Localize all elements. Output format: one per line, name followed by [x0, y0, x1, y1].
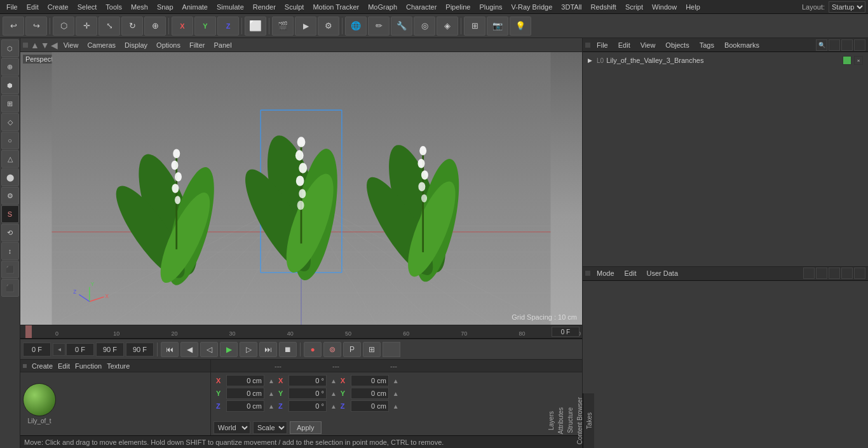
menu-select[interactable]: Select [74, 2, 101, 12]
frame-decrement[interactable]: ◂ [53, 343, 65, 356]
sidebar-btn-7[interactable]: △ [1, 150, 19, 168]
menu-render[interactable]: Render [249, 2, 280, 12]
menu-redshift[interactable]: Redshift [587, 2, 620, 12]
transform-tool[interactable]: ⊕ [144, 17, 166, 36]
render-view[interactable]: ▶ [295, 17, 316, 36]
menu-sculpt[interactable]: Sculpt [281, 2, 308, 12]
menu-script[interactable]: Script [621, 2, 647, 12]
render-region[interactable]: 🎬 [272, 17, 294, 36]
tree-item-lily[interactable]: ▶ L0 Lily_of_the_Valley_3_Branches × [585, 55, 865, 66]
vp-menu-view[interactable]: View [60, 40, 82, 50]
z-axis[interactable]: Z [217, 17, 239, 36]
timeline-extra-btn[interactable] [383, 342, 400, 357]
tree-color-swatch[interactable] [843, 56, 851, 65]
x-pos-input[interactable] [226, 375, 264, 386]
camera-btn[interactable]: 📷 [487, 17, 508, 36]
rp-btn2[interactable] [829, 39, 840, 51]
frame-value-input[interactable] [66, 343, 94, 356]
menu-vray[interactable]: V-Ray Bridge [508, 2, 557, 12]
menu-create[interactable]: Create [44, 2, 72, 12]
attr-btn4[interactable] [841, 268, 853, 279]
world-select[interactable]: World Object [214, 421, 250, 434]
rp-objects[interactable]: Objects [661, 40, 693, 50]
world-btn[interactable]: 🌐 [345, 17, 367, 36]
menu-edit[interactable]: Edit [23, 2, 43, 12]
material-item[interactable]: Lily_of_t [23, 383, 56, 424]
mat-function[interactable]: Function [75, 362, 102, 370]
sidebar-btn-12[interactable]: ↕ [1, 242, 19, 260]
record-btn[interactable]: ● [304, 342, 322, 357]
sidebar-btn-8[interactable]: ⬤ [1, 168, 19, 186]
last-frame-btn[interactable]: ⏭ [259, 342, 277, 357]
uvw-btn[interactable]: ◈ [437, 17, 458, 36]
apply-button[interactable]: Apply [290, 421, 322, 434]
z-pos-input[interactable] [226, 400, 264, 412]
end-frame-input-2[interactable] [126, 343, 154, 356]
vp-menu-filter[interactable]: Filter [186, 40, 208, 50]
y-pos-input[interactable] [226, 388, 264, 399]
x-rot-input[interactable] [288, 375, 327, 386]
menu-motion-tracker[interactable]: Motion Tracker [309, 2, 363, 12]
rp-view[interactable]: View [637, 40, 660, 50]
rp-btn4[interactable] [854, 39, 865, 51]
sidebar-btn-6[interactable]: ○ [1, 132, 19, 149]
smooth-btn[interactable]: ◎ [414, 17, 435, 36]
menu-mograph[interactable]: MoGraph [364, 2, 401, 12]
render-settings[interactable]: ⚙ [318, 17, 339, 36]
sidebar-btn-14[interactable]: ⬛ [1, 279, 19, 297]
rotate-tool[interactable]: ↻ [121, 17, 143, 36]
attr-btn5[interactable] [854, 268, 865, 279]
sidebar-btn-10[interactable]: S [1, 205, 19, 223]
sculpt-btn[interactable]: 🔧 [391, 17, 412, 36]
z-scl-input[interactable] [351, 400, 389, 412]
auto-key-btn[interactable]: ⊚ [323, 342, 341, 357]
menu-pipeline[interactable]: Pipeline [442, 2, 474, 12]
scale-tool[interactable]: ⤡ [98, 17, 120, 36]
rp-tags[interactable]: Tags [696, 40, 718, 50]
x-axis[interactable]: X [172, 17, 193, 36]
vtab-layers[interactable]: Layers [546, 407, 556, 434]
sidebar-btn-9[interactable]: ⚙ [1, 187, 19, 205]
light-btn[interactable]: 💡 [510, 17, 531, 36]
attr-mode[interactable]: Mode [593, 268, 618, 278]
mat-create[interactable]: Create [32, 362, 53, 370]
grid-btn[interactable]: ⊞ [464, 17, 485, 36]
search-icon[interactable]: 🔍 [816, 39, 827, 51]
move-tool[interactable]: ✛ [76, 17, 97, 36]
mat-texture[interactable]: Texture [107, 362, 130, 370]
vp-menu-options[interactable]: Options [153, 40, 184, 50]
vp-menu-cameras[interactable]: Cameras [84, 40, 119, 50]
attr-edit[interactable]: Edit [621, 268, 641, 278]
vp-menu-display[interactable]: Display [121, 40, 151, 50]
menu-tools[interactable]: Tools [102, 2, 126, 12]
sidebar-btn-1[interactable]: ⬡ [1, 39, 19, 57]
sidebar-btn-13[interactable]: ⬛ [1, 261, 19, 278]
viewport-drag-handle[interactable] [23, 43, 28, 48]
attr-btn2[interactable] [816, 268, 827, 279]
rp-edit[interactable]: Edit [614, 40, 634, 50]
x-scl-input[interactable] [351, 375, 389, 386]
layout-select[interactable]: Startup [829, 1, 865, 13]
cube-btn[interactable]: ⬜ [245, 17, 266, 36]
play-btn[interactable]: ▶ [220, 342, 238, 357]
vtab-structure[interactable]: Structure [566, 404, 575, 437]
menu-simulate[interactable]: Simulate [213, 2, 248, 12]
scale-select[interactable]: Scale Size [253, 421, 287, 434]
select-tool[interactable]: ⬡ [53, 17, 74, 36]
menu-character[interactable]: Character [402, 2, 440, 12]
menu-3dtall[interactable]: 3DTAll [557, 2, 585, 12]
vtab-content-browser[interactable]: Content Browser [575, 393, 585, 448]
vtab-attributes[interactable]: Attributes [556, 404, 566, 438]
stop-btn[interactable]: ⏹ [279, 342, 297, 357]
menu-mesh[interactable]: Mesh [127, 2, 152, 12]
sidebar-btn-11[interactable]: ⟲ [1, 224, 19, 241]
attr-userdata[interactable]: User Data [643, 268, 682, 278]
sidebar-btn-2[interactable]: ⊕ [1, 58, 19, 76]
redo-button[interactable]: ↪ [25, 17, 47, 36]
sidebar-btn-4[interactable]: ⊞ [1, 95, 19, 112]
current-frame-input[interactable] [552, 327, 580, 337]
menu-file[interactable]: File [3, 2, 22, 12]
material-ball[interactable] [23, 383, 56, 416]
vtab-takes[interactable]: Takes [585, 409, 594, 433]
prev-key-btn[interactable]: ◁ [200, 342, 218, 357]
